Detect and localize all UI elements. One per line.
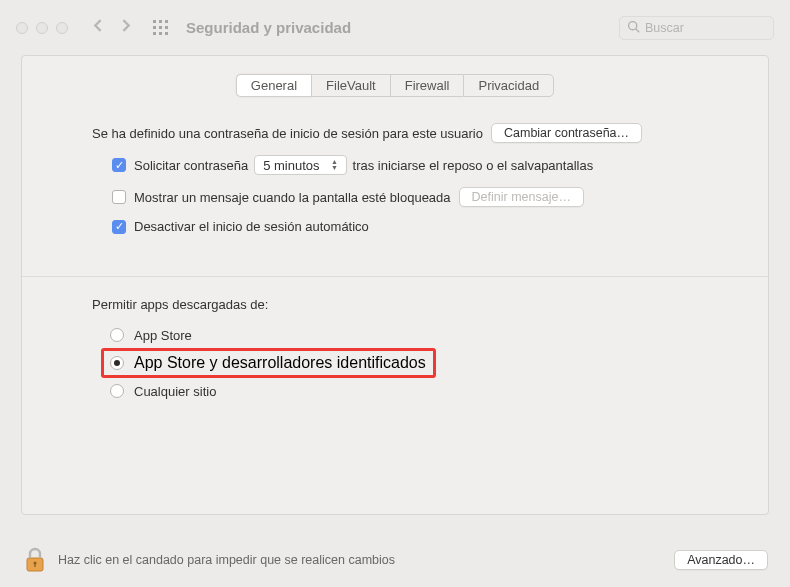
radio-anywhere-label: Cualquier sitio (134, 384, 216, 399)
svg-rect-4 (159, 26, 162, 29)
toolbar: Seguridad y privacidad (0, 0, 790, 55)
search-icon (627, 19, 645, 37)
svg-rect-1 (159, 20, 162, 23)
highlight-identified-option: App Store y desarrolladores identificado… (101, 348, 436, 378)
show-all-icon[interactable] (152, 19, 170, 37)
window-controls (16, 22, 68, 34)
close-window-button[interactable] (16, 22, 28, 34)
svg-rect-0 (153, 20, 156, 23)
svg-rect-6 (153, 32, 156, 35)
forward-button[interactable] (117, 17, 134, 38)
radio-identified[interactable] (110, 356, 124, 370)
gatekeeper-label: Permitir apps descargadas de: (82, 297, 708, 312)
tab-privacy[interactable]: Privacidad (463, 74, 554, 97)
svg-rect-5 (165, 26, 168, 29)
back-button[interactable] (90, 17, 107, 38)
radio-appstore[interactable] (110, 328, 124, 342)
disable-auto-login-checkbox[interactable] (112, 220, 126, 234)
lock-icon[interactable] (22, 545, 48, 575)
svg-rect-3 (153, 26, 156, 29)
lock-hint-text: Haz clic en el candado para impedir que … (58, 553, 664, 567)
require-password-checkbox[interactable] (112, 158, 126, 172)
tab-firewall[interactable]: Firewall (390, 74, 464, 97)
show-message-checkbox[interactable] (112, 190, 126, 204)
require-password-label: Solicitar contraseña (134, 158, 248, 173)
nav-arrows (90, 17, 134, 38)
svg-point-9 (629, 21, 637, 29)
svg-rect-7 (159, 32, 162, 35)
search-input[interactable] (645, 21, 766, 35)
grace-period-select[interactable]: 5 minutos ▲▼ (254, 155, 346, 175)
svg-rect-8 (165, 32, 168, 35)
svg-rect-2 (165, 20, 168, 23)
radio-anywhere[interactable] (110, 384, 124, 398)
grace-period-suffix: tras iniciarse el reposo o el salvapanta… (353, 158, 594, 173)
footer: Haz clic en el candado para impedir que … (0, 533, 790, 587)
change-password-button[interactable]: Cambiar contraseña… (491, 123, 642, 143)
zoom-window-button[interactable] (56, 22, 68, 34)
set-lock-message-button[interactable]: Definir mensaje… (459, 187, 584, 207)
advanced-button[interactable]: Avanzado… (674, 550, 768, 570)
search-field[interactable] (619, 16, 774, 40)
updown-caret-icon: ▲▼ (328, 157, 342, 173)
window-title: Seguridad y privacidad (186, 19, 351, 36)
minimize-window-button[interactable] (36, 22, 48, 34)
tabs: General FileVault Firewall Privacidad (82, 74, 708, 97)
preferences-panel: General FileVault Firewall Privacidad Se… (21, 55, 769, 515)
tab-general[interactable]: General (236, 74, 311, 97)
show-message-label: Mostrar un mensaje cuando la pantalla es… (134, 190, 451, 205)
gatekeeper-options: App Store App Store y desarrolladores id… (82, 322, 708, 404)
svg-rect-12 (34, 563, 35, 567)
grace-period-value: 5 minutos (263, 158, 319, 173)
disable-auto-login-label: Desactivar el inicio de sesión automátic… (134, 219, 369, 234)
radio-identified-label: App Store y desarrolladores identificado… (134, 354, 426, 372)
tab-filevault[interactable]: FileVault (311, 74, 390, 97)
radio-appstore-label: App Store (134, 328, 192, 343)
password-defined-label: Se ha definido una contraseña de inicio … (92, 126, 483, 141)
divider (22, 276, 768, 277)
